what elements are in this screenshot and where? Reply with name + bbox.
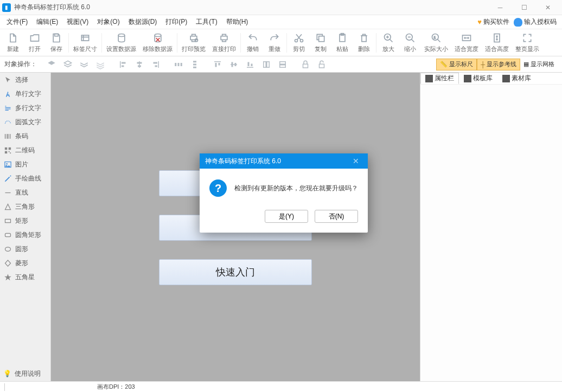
dialog-message: 检测到有更新的版本，您现在就要升级吗？ <box>234 184 358 193</box>
dialog-overlay: 神奇条码标签打印系统 6.0 ✕ ? 检测到有更新的版本，您现在就要升级吗？ 是… <box>0 0 562 392</box>
dialog-no-button[interactable]: 否(N) <box>315 210 358 223</box>
dialog-titlebar: 神奇条码标签打印系统 6.0 ✕ <box>200 153 368 169</box>
update-dialog: 神奇条码标签打印系统 6.0 ✕ ? 检测到有更新的版本，您现在就要升级吗？ 是… <box>200 153 368 233</box>
question-icon: ? <box>209 179 227 197</box>
dialog-yes-button[interactable]: 是(Y) <box>265 210 308 223</box>
dialog-close-button[interactable]: ✕ <box>349 157 362 165</box>
dialog-title: 神奇条码标签打印系统 6.0 <box>205 157 349 166</box>
